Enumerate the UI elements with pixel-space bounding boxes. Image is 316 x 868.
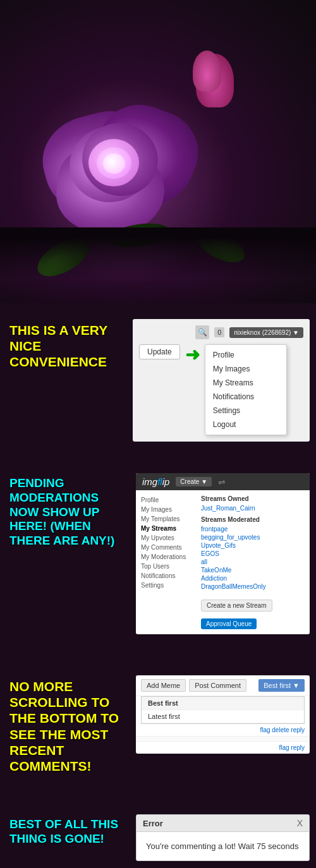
shuffle-icon: ⇌ [218,477,226,487]
comments-section: NO MORE SCROLLING TO THE BOTTOM TO SEE T… [0,660,316,799]
streams-content: Profile My Images My Templates My Stream… [136,490,310,634]
rose-section: A WORD OF THANKS TO IMGFLIP FOR THE FOLL… [0,0,316,303]
update-button[interactable]: Update [139,344,180,359]
error-header: Error X [137,815,309,832]
error-text-block: BEST OF ALL THIS THING IS GONE! [0,808,133,853]
dropdown-menu: Profile My Images My Streams Notificatio… [205,344,287,435]
stream-mod-takeonme[interactable]: TakeOnMe [201,566,305,574]
error-section: BEST OF ALL THIS THING IS GONE! Error X … [0,799,316,868]
moderations-text-block: PENDING MODERATIONS NOW SHOW UP HERE! (W… [0,467,133,555]
flag-delete-reply[interactable]: flag delete reply [136,724,310,736]
bottom-fade [0,278,316,303]
sort-latest-first[interactable]: Latest first [142,710,304,723]
comments-text-block: NO MORE SCROLLING TO THE BOTTOM TO SEE T… [0,669,133,780]
imgflip-logo: imgflip [142,476,169,487]
error-body: You're commenting a lot! Wait 75 seconds [137,832,309,860]
new-stream-button[interactable]: Create a new Stream [201,600,272,612]
nav-streams[interactable]: My Streams [141,524,195,533]
error-title: Error [143,819,163,828]
menu-item-images[interactable]: My Images [205,362,286,376]
nav-settings[interactable]: Settings [141,581,195,590]
comments-toolbar: Add Meme Post Comment Best first ▼ [136,675,310,696]
imgflip-navbar: imgflip Create ▼ ⇌ [136,473,310,490]
dropdown-mockup: 🔍 0 nixieknox (2268692) ▼ Update ➜ Profi… [133,319,310,442]
nav-upvotes[interactable]: My Upvotes [141,533,195,543]
post-comment-button[interactable]: Post Comment [189,679,246,692]
streams-mockup: imgflip Create ▼ ⇌ Profile My Images My … [136,473,310,634]
nav-top-users[interactable]: Top Users [141,562,195,571]
error-label: BEST OF ALL THIS THING IS GONE! [9,817,126,847]
menu-item-notifications[interactable]: Notifications [205,390,286,404]
streams-right-content: Streams Owned Just_Roman_Cairn Streams M… [201,495,305,629]
nav-comments[interactable]: My Comments [141,543,195,552]
sort-options: Best first Latest first [141,696,305,724]
convenience-label: THIS IS A VERY NICE CONVENIENCE [9,322,126,370]
moderations-section: PENDING MODERATIONS NOW SHOW UP HERE! (W… [0,457,316,660]
menu-item-streams[interactable]: My Streams [205,376,286,390]
sort-dropdown[interactable]: Best first ▼ [258,679,305,692]
stream-mod-frontpage[interactable]: frontpage [201,525,305,533]
stream-mod-egos[interactable]: EGOS [201,550,305,558]
nav-notifications[interactable]: Notifications [141,571,195,581]
comments-mockup: Add Meme Post Comment Best first ▼ Best … [136,675,310,754]
comments-label: NO MORE SCROLLING TO THE BOTTOM TO SEE T… [9,678,126,774]
stream-owned-1[interactable]: Just_Roman_Cairn [201,504,305,512]
notif-count: 0 [214,327,224,337]
menu-item-profile[interactable]: Profile [205,348,286,362]
approval-queue-button[interactable]: Approval Queue [201,618,257,629]
error-mockup: Error X You're commenting a lot! Wait 75… [136,814,310,861]
username-badge[interactable]: nixieknox (2268692) ▼ [229,327,303,338]
streams-owned-label: Streams Owned [201,495,305,502]
stream-mod-all[interactable]: all [201,558,305,566]
header-bar: 🔍 0 nixieknox (2268692) ▼ [139,325,303,339]
close-icon[interactable]: X [297,818,303,828]
top-fade [0,227,316,278]
nav-moderations[interactable]: My Moderations [141,552,195,562]
stream-mod-begging[interactable]: begging_for_upvotes [201,533,305,541]
streams-moderated-label: Streams Moderated [201,516,305,523]
convenience-section: THIS IS A VERY NICE CONVENIENCE 🔍 0 nixi… [0,303,316,457]
sort-best-first[interactable]: Best first [142,697,304,710]
stream-mod-dragonball[interactable]: DragonBallMemesOnly [201,582,305,591]
nav-images[interactable]: My Images [141,505,195,514]
arrow-icon: ➜ [185,344,200,365]
stream-mod-addiction[interactable]: Addiction [201,574,305,582]
create-button[interactable]: Create ▼ [176,477,212,486]
search-icon: 🔍 [195,325,209,339]
error-message: You're commenting a lot! Wait 75 seconds [146,841,298,851]
nav-profile[interactable]: Profile [141,495,195,505]
nav-templates[interactable]: My Templates [141,514,195,524]
streams-left-nav: Profile My Images My Templates My Stream… [141,495,195,629]
menu-item-settings[interactable]: Settings [205,404,286,418]
flag-reply[interactable]: flag reply [136,741,310,754]
add-meme-button[interactable]: Add Meme [141,679,186,692]
menu-item-logout[interactable]: Logout [205,418,286,431]
moderations-label: PENDING MODERATIONS NOW SHOW UP HERE! (W… [9,476,126,548]
convenience-text-block: THIS IS A VERY NICE CONVENIENCE [0,313,133,377]
stream-mod-upvote-gifs[interactable]: Upvote_Gifs [201,541,305,550]
